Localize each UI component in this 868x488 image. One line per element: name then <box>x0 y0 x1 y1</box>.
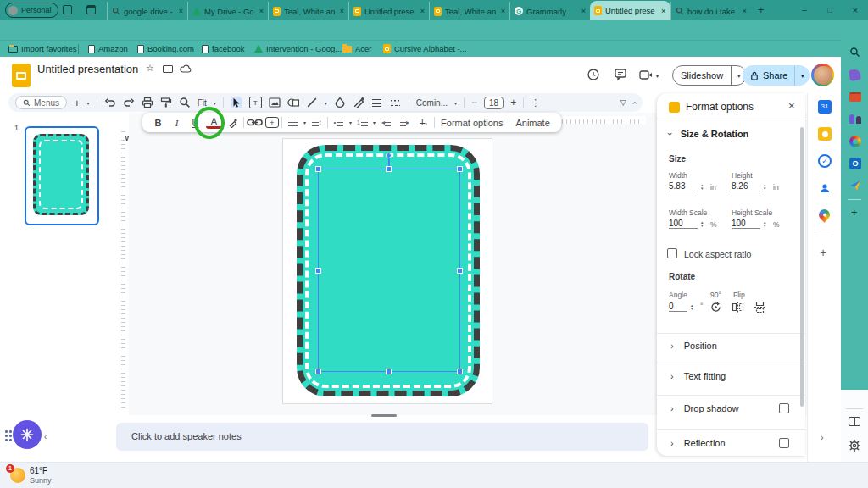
favorite-item[interactable]: facebook <box>202 44 245 53</box>
font-family-select[interactable]: Comin... <box>416 98 448 108</box>
tab-close-icon[interactable]: × <box>340 7 344 15</box>
reflection-checkbox[interactable] <box>779 438 789 448</box>
highlight-color-icon[interactable] <box>225 115 241 130</box>
flip-vertical-icon[interactable] <box>754 301 766 313</box>
section-size-rotation[interactable]: › Size & Rotation <box>669 129 748 139</box>
drop-shadow-checkbox[interactable] <box>779 403 789 413</box>
add-comment-icon[interactable]: + <box>265 117 279 128</box>
menus-search-button[interactable]: Menus <box>15 96 67 109</box>
numbered-list-icon[interactable]: 1 <box>354 115 370 130</box>
browser-tab[interactable]: G Grammarly × <box>509 2 590 20</box>
tools-icon[interactable] <box>849 92 861 102</box>
workspaces-icon[interactable] <box>63 5 72 14</box>
browser-tab[interactable]: how do i take × <box>670 2 751 20</box>
grammarly-drag-dots-icon[interactable] <box>5 430 8 433</box>
text-box-tool-icon[interactable]: T <box>249 97 262 108</box>
tab-close-icon[interactable]: × <box>259 7 264 15</box>
star-icon[interactable]: ☆ <box>146 63 154 74</box>
workspace-add-icon[interactable]: + <box>820 246 826 259</box>
font-dropdown-icon[interactable]: ▾ <box>454 100 457 106</box>
browser-tab[interactable]: Untitled prese × <box>348 2 429 20</box>
toolbar-more-icon[interactable]: ⋮ <box>531 97 540 108</box>
resize-handle-n[interactable] <box>386 166 392 172</box>
sidebar-search-icon[interactable] <box>849 47 860 58</box>
collapse-chevron-icon[interactable]: › <box>44 432 47 441</box>
tab-close-icon[interactable]: × <box>179 7 183 15</box>
zoom-tool-icon[interactable] <box>179 97 191 108</box>
height-stepper[interactable]: ▴▾ <box>764 183 766 190</box>
shopping-icon[interactable] <box>849 69 861 81</box>
favorite-item[interactable]: Amazon <box>88 44 128 53</box>
favorite-item[interactable]: Intervention - Goog... <box>254 44 342 53</box>
speaker-notes-field[interactable]: Click to add speaker notes <box>116 423 648 451</box>
settings-gear-icon[interactable] <box>848 439 861 452</box>
weather-temp[interactable]: 61°F <box>30 466 47 475</box>
insert-line-icon[interactable] <box>306 97 318 108</box>
redo-icon[interactable] <box>123 97 135 108</box>
window-minimize-button[interactable]: − <box>792 0 817 20</box>
new-tab-button[interactable]: + <box>758 3 765 16</box>
google-contacts-icon[interactable] <box>818 181 832 195</box>
animate-button[interactable]: Animate <box>512 118 553 128</box>
favorite-item[interactable]: Booking.com <box>137 44 194 53</box>
share-button[interactable]: Share ▾ <box>743 65 810 86</box>
account-avatar[interactable] <box>811 64 834 86</box>
google-tasks-icon[interactable]: ✓ <box>818 154 832 168</box>
browser-tab[interactable]: google drive - × <box>107 2 187 20</box>
border-weight-icon[interactable] <box>371 97 383 108</box>
grammarly-button[interactable] <box>13 420 42 449</box>
height-scale-stepper[interactable]: ▴▾ <box>764 220 766 227</box>
tab-close-icon[interactable]: × <box>743 7 747 15</box>
document-title[interactable]: Untitled presentation <box>37 63 138 75</box>
microsoft-365-icon[interactable] <box>849 136 861 147</box>
clear-formatting-icon[interactable]: Tₓ <box>415 115 431 130</box>
google-keep-icon[interactable] <box>818 127 832 141</box>
numbered-list-dropdown-icon[interactable]: ▾ <box>373 119 376 125</box>
new-slide-dropdown-icon[interactable]: ▾ <box>87 100 90 106</box>
browser-tab[interactable]: Teal, White an × <box>429 2 509 20</box>
select-tool-button[interactable] <box>231 97 242 108</box>
slideshow-button[interactable]: Slideshow ▾ <box>672 65 747 86</box>
line-spacing-icon[interactable]: ↕ <box>309 115 325 130</box>
panel-close-icon[interactable]: × <box>788 99 795 112</box>
flip-horizontal-icon[interactable] <box>732 301 744 313</box>
increase-indent-icon[interactable]: ▸ <box>397 115 413 130</box>
browser-tab[interactable]: Teal, White an × <box>268 2 348 20</box>
window-close-button[interactable]: × <box>843 0 868 20</box>
width-scale-input[interactable]: 100 <box>669 219 698 229</box>
favorite-item[interactable]: Cursive Alphabet -... <box>383 44 467 53</box>
comments-icon[interactable] <box>614 68 627 81</box>
slide-thumbnail[interactable] <box>25 126 99 225</box>
meet-dropdown-icon[interactable]: ▾ <box>656 73 659 79</box>
notes-resize-handle[interactable] <box>371 414 397 417</box>
font-size-increase-button[interactable]: + <box>510 97 516 108</box>
new-slide-button[interactable]: + <box>74 97 81 109</box>
tab-close-icon[interactable]: × <box>661 7 665 15</box>
align-dropdown-icon[interactable]: ▾ <box>303 119 306 125</box>
drop-icon[interactable] <box>849 180 861 191</box>
google-slides-logo[interactable] <box>12 64 31 87</box>
lock-aspect-ratio-checkbox[interactable] <box>667 248 677 258</box>
insert-link-icon[interactable] <box>247 115 263 130</box>
tab-close-icon[interactable]: × <box>581 7 586 15</box>
browser-tab[interactable]: My Drive - Go × <box>187 2 268 20</box>
sidebar-add-icon[interactable]: + <box>851 206 858 219</box>
height-input[interactable]: 8.26 <box>732 181 760 191</box>
decrease-indent-icon[interactable]: ◂ <box>378 115 394 130</box>
print-icon[interactable] <box>142 97 153 108</box>
height-scale-input[interactable]: 100 <box>732 219 760 229</box>
italic-button[interactable]: I <box>169 115 185 130</box>
split-window-icon[interactable] <box>849 417 860 426</box>
resize-handle-nw[interactable] <box>315 166 321 172</box>
google-calendar-icon[interactable]: 31 <box>818 100 832 114</box>
hide-menus-icon[interactable]: › <box>630 101 639 103</box>
browser-tab-active[interactable]: Untitled prese × <box>590 1 670 20</box>
insert-shape-icon[interactable] <box>287 97 299 108</box>
resize-handle-s[interactable] <box>386 369 392 374</box>
font-size-input[interactable]: 18 <box>484 97 504 109</box>
format-options-button[interactable]: Format options <box>437 118 506 128</box>
resize-handle-sw[interactable] <box>315 369 321 374</box>
selection-rectangle[interactable] <box>318 169 460 372</box>
border-color-icon[interactable] <box>353 97 364 108</box>
zoom-dropdown-icon[interactable]: ▾ <box>214 100 216 106</box>
